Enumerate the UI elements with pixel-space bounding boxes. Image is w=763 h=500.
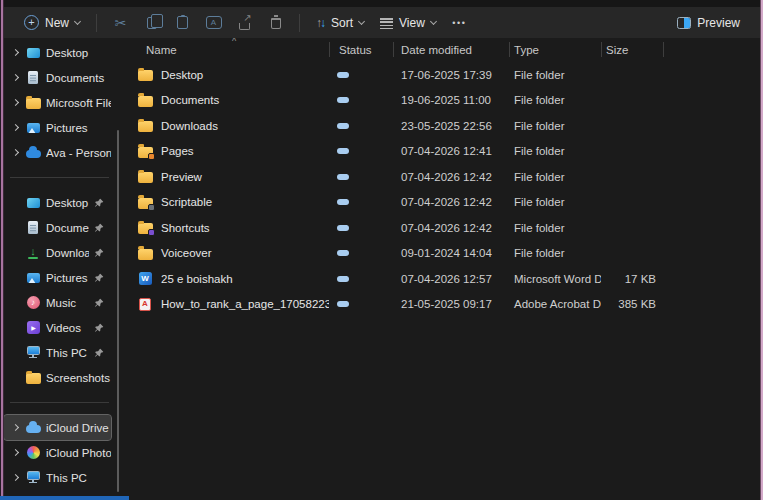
delete-button[interactable]: [260, 11, 291, 35]
sidebar-item-desktop[interactable]: Desktop: [4, 190, 111, 215]
column-header-size[interactable]: Size: [601, 38, 664, 62]
copy-button[interactable]: [136, 11, 167, 35]
sidebar-section-drives: iCloud DriveiCloud PhotosThis PCNetwork: [4, 415, 117, 500]
share-arrow: ↗: [243, 13, 251, 23]
file-row-scriptable[interactable]: Scriptable07-04-2026 12:42File folder: [133, 190, 760, 216]
sidebar-scrollbar[interactable]: [117, 130, 119, 492]
window-behind-left-edge: [0, 0, 4, 500]
file-status-cell: [329, 148, 393, 154]
file-name-label: Documents: [161, 94, 219, 106]
sidebar-item-microsoft-file-s[interactable]: Microsoft File S: [4, 90, 111, 115]
cloud-status-icon: [337, 97, 349, 103]
chevron-down-icon: [430, 17, 437, 24]
chevron-right-icon[interactable]: [12, 149, 19, 156]
sidebar-separator: [10, 402, 109, 403]
file-name-cell: Preview: [133, 169, 329, 185]
file-row-downloads[interactable]: Downloads23-05-2025 22:56File folder: [133, 113, 760, 139]
cloud-status-icon: [337, 123, 349, 129]
view-button[interactable]: View: [372, 12, 444, 34]
chevron-right-icon[interactable]: [12, 424, 19, 431]
column-header-label: Date modified: [401, 44, 472, 56]
sidebar-separator: [10, 177, 109, 178]
chevron-right-icon[interactable]: [12, 74, 19, 81]
cloud-status-icon: [337, 174, 349, 180]
cloud-status-icon: [337, 72, 349, 78]
file-row-shortcuts[interactable]: Shortcuts07-04-2026 12:42File folder: [133, 215, 760, 241]
folder-file-icon: [137, 67, 153, 83]
file-explorer-window: + New ✂ A ↗: [0, 0, 763, 500]
preview-button[interactable]: Preview: [669, 12, 748, 34]
folder-badge-gray: [148, 204, 155, 211]
pdf-file-icon: A: [137, 296, 153, 312]
sidebar-item-videos[interactable]: ▶Videos: [4, 315, 111, 340]
file-row-preview[interactable]: Preview07-04-2026 12:42File folder: [133, 164, 760, 190]
sidebar-item-documents[interactable]: Documents: [4, 215, 111, 240]
sidebar-item-documents[interactable]: Documents: [4, 65, 111, 90]
videos-icon: ▶: [25, 320, 41, 336]
file-row-voiceover[interactable]: Voiceover09-01-2024 14:04File folder: [133, 241, 760, 267]
sort-button[interactable]: ↑↓ Sort: [308, 12, 372, 34]
sidebar-item-music[interactable]: ♪Music: [4, 290, 111, 315]
see-more-button[interactable]: •••: [444, 11, 475, 35]
sidebar-item-downloads[interactable]: ↓Downloads: [4, 240, 111, 265]
icloud-icon: [25, 420, 41, 436]
file-type: File folder: [509, 171, 601, 183]
file-name-cell: Pages: [133, 143, 329, 159]
sidebar-item-pictures[interactable]: Pictures: [4, 265, 111, 290]
new-button[interactable]: + New: [16, 11, 88, 34]
file-name-label: Desktop: [161, 69, 203, 81]
sidebar-item-this-pc[interactable]: This PC: [4, 340, 111, 365]
rename-button[interactable]: A: [198, 11, 229, 35]
file-name-cell: W25 e boishakh: [133, 271, 329, 287]
copy-icon: [147, 17, 157, 29]
sidebar-item-icloud-drive[interactable]: iCloud Drive: [4, 415, 111, 440]
chevron-right-icon[interactable]: [12, 124, 19, 131]
sidebar-item-label: This PC: [46, 472, 111, 484]
share-button[interactable]: ↗: [229, 11, 260, 35]
view-list-icon: [380, 18, 393, 29]
file-date-modified: 21-05-2025 09:17: [393, 298, 509, 310]
trash-icon: [271, 18, 281, 29]
file-name-cell: Scriptable: [133, 194, 329, 210]
file-row-documents[interactable]: Documents19-06-2025 11:00File folder: [133, 88, 760, 114]
cloud-status-icon: [337, 250, 349, 256]
desktop-icon: [25, 45, 41, 61]
chevron-right-icon[interactable]: [12, 99, 19, 106]
column-header-name[interactable]: Name: [133, 38, 329, 62]
column-header-date-modified[interactable]: Date modified: [393, 38, 509, 62]
sidebar-item-pictures[interactable]: Pictures: [4, 115, 111, 140]
folder-badge-orange: [148, 153, 155, 160]
sidebar-item-label: iCloud Photos: [46, 447, 111, 459]
sort-arrows-icon: ↑↓: [316, 16, 326, 30]
sidebar-item-screenshots[interactable]: Screenshots: [4, 365, 111, 390]
column-header-type[interactable]: Type: [509, 38, 601, 62]
file-row-desktop[interactable]: Desktop17-06-2025 17:39File folder: [133, 62, 760, 88]
sidebar-item-label: Pictures: [46, 272, 89, 284]
sidebar-section-quick-access: DesktopDocuments↓DownloadsPictures♪Music…: [4, 190, 117, 390]
chevron-right-icon[interactable]: [12, 49, 19, 56]
sidebar-item-label: Documents: [46, 222, 89, 234]
chevron-right-icon[interactable]: [12, 474, 19, 481]
sidebar-item-label: Videos: [46, 322, 89, 334]
preview-pane-icon: [677, 17, 691, 29]
pin-icon: [94, 273, 104, 283]
file-row-pages[interactable]: Pages07-04-2026 12:41File folder: [133, 139, 760, 165]
file-row-how-to-rank-a-page-1705822315[interactable]: AHow_to_rank_a_page_170582231521-05-2025…: [133, 292, 760, 318]
main-area: DesktopDocumentsMicrosoft File SPictures…: [4, 38, 760, 500]
sidebar-item-icloud-photos[interactable]: iCloud Photos: [4, 440, 111, 465]
toolbar-divider: [299, 14, 300, 32]
downloads-glyph: ↓: [30, 247, 36, 256]
chevron-right-icon[interactable]: [12, 449, 19, 456]
file-status-cell: [329, 199, 393, 205]
paste-button[interactable]: [167, 11, 198, 35]
pictures-icon: [25, 120, 41, 136]
file-name-cell: AHow_to_rank_a_page_1705822315: [133, 296, 329, 312]
file-row-25-e-boishakh[interactable]: W25 e boishakh07-04-2026 12:57Microsoft …: [133, 266, 760, 292]
sidebar-item-this-pc[interactable]: This PC: [4, 465, 111, 490]
cut-button[interactable]: ✂: [105, 11, 136, 35]
file-name-cell: Voiceover: [133, 245, 329, 261]
sidebar-item-ava-personal[interactable]: Ava - Personal: [4, 140, 111, 165]
cloud-status-icon: [337, 225, 349, 231]
column-header-status[interactable]: Status: [329, 38, 393, 62]
sidebar-item-desktop[interactable]: Desktop: [4, 40, 111, 65]
